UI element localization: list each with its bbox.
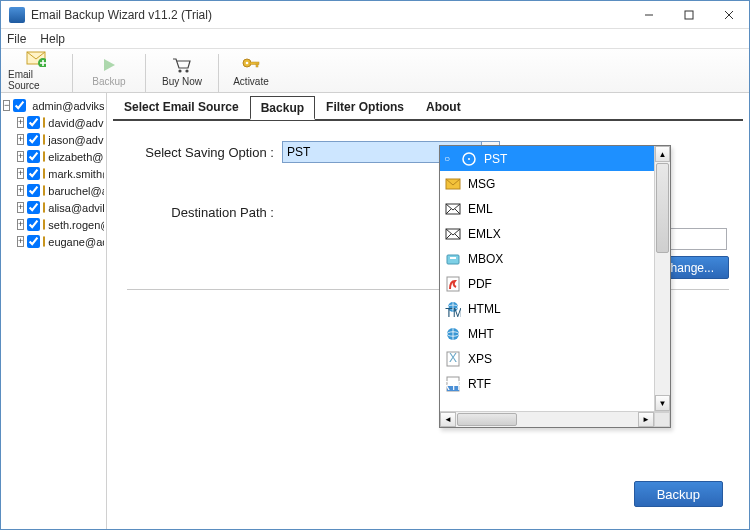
play-icon	[99, 56, 119, 74]
menu-file[interactable]: File	[7, 32, 26, 46]
dropdown-option-mht[interactable]: MHT	[440, 321, 654, 346]
scroll-down-icon[interactable]: ▼	[655, 395, 670, 411]
expand-icon[interactable]: +	[17, 134, 24, 145]
tree-item-label: seth.rogen@adviksoft.c	[48, 219, 104, 231]
folder-icon	[43, 185, 45, 196]
saving-option-label: Select Saving Option :	[127, 145, 282, 160]
dropdown-hscrollbar[interactable]: ◄ ►	[440, 411, 670, 427]
svg-point-19	[468, 158, 470, 160]
tree-item[interactable]: +mark.smith@adviksoft.c	[3, 165, 104, 182]
tab-backup[interactable]: Backup	[250, 96, 315, 120]
folder-icon	[43, 168, 45, 179]
tree-item[interactable]: +david@adviksoft.com	[3, 114, 104, 131]
dropdown-option-msg[interactable]: MSG	[440, 171, 654, 196]
expand-icon[interactable]: +	[17, 236, 24, 247]
mailbox-tree[interactable]: − admin@adviksoft.com +david@adviksoft.c…	[1, 93, 107, 529]
dropdown-option-pdf[interactable]: PDF	[440, 271, 654, 296]
titlebar: Email Backup Wizard v11.2 (Trial)	[1, 1, 749, 29]
scroll-left-icon[interactable]: ◄	[440, 412, 456, 427]
tree-item[interactable]: +seth.rogen@adviksoft.c	[3, 216, 104, 233]
expand-icon[interactable]: +	[17, 117, 24, 128]
tree-item[interactable]: +jason@adviksoft.com	[3, 131, 104, 148]
window-title: Email Backup Wizard v11.2 (Trial)	[31, 8, 629, 22]
svg-rect-14	[256, 64, 258, 67]
dropdown-option-pst[interactable]: ○PST	[440, 146, 654, 171]
tree-root-checkbox[interactable]	[13, 99, 26, 112]
tree-item-checkbox[interactable]	[27, 116, 40, 129]
maximize-button[interactable]	[669, 1, 709, 29]
dropdown-option-html[interactable]: HTMLHTML	[440, 296, 654, 321]
toolbar-separator	[72, 54, 73, 92]
dropdown-option-label: PST	[484, 152, 507, 166]
tab-filter-options[interactable]: Filter Options	[315, 95, 415, 119]
svg-text:HTML: HTML	[445, 306, 461, 317]
toolbar-email-source[interactable]: Email Source	[7, 50, 65, 92]
tree-item-checkbox[interactable]	[27, 218, 40, 231]
svg-text:RTF: RTF	[446, 379, 460, 392]
tree-root[interactable]: − admin@adviksoft.com	[3, 97, 104, 114]
toolbar-backup-label: Backup	[92, 76, 125, 87]
folder-icon	[43, 117, 45, 128]
tree-item[interactable]: +alisa@adviksoft.com	[3, 199, 104, 216]
tree-item-checkbox[interactable]	[27, 235, 40, 248]
scroll-right-icon[interactable]: ►	[638, 412, 654, 427]
tree-item[interactable]: +elizabeth@adviksoft.com	[3, 148, 104, 165]
tab-about[interactable]: About	[415, 95, 472, 119]
tab-select-email-source[interactable]: Select Email Source	[113, 95, 250, 119]
svg-rect-23	[447, 255, 459, 264]
svg-point-12	[246, 61, 249, 64]
scroll-thumb[interactable]	[457, 413, 517, 426]
toolbar-backup[interactable]: Backup	[80, 50, 138, 92]
dropdown-option-label: MSG	[468, 177, 495, 191]
expand-icon[interactable]: +	[17, 202, 24, 213]
dropdown-vscrollbar[interactable]: ▲ ▼	[654, 146, 670, 411]
dropdown-option-xps[interactable]: XXPS	[440, 346, 654, 371]
close-button[interactable]	[709, 1, 749, 29]
svg-point-9	[178, 69, 181, 72]
dropdown-option-eml[interactable]: EML	[440, 196, 654, 221]
svg-marker-8	[104, 59, 115, 71]
dropdown-option-label: RTF	[468, 377, 491, 391]
format-icon: HTML	[444, 300, 462, 318]
tree-item-label: mark.smith@adviksoft.c	[48, 168, 104, 180]
tree-item-checkbox[interactable]	[27, 184, 40, 197]
saving-option-dropdown[interactable]: ○PSTMSGEMLEMLXMBOXPDFHTMLHTMLMHTXXPSRTFR…	[439, 145, 671, 428]
expand-icon[interactable]: +	[17, 168, 24, 179]
toolbar-activate[interactable]: Activate	[226, 50, 276, 92]
app-icon	[9, 7, 25, 23]
svg-rect-1	[685, 11, 693, 19]
format-icon	[444, 250, 462, 268]
expand-icon[interactable]: +	[17, 185, 24, 196]
scroll-track[interactable]	[518, 412, 638, 427]
collapse-icon[interactable]: −	[3, 100, 10, 111]
tree-item-checkbox[interactable]	[27, 167, 40, 180]
format-icon	[444, 275, 462, 293]
tree-item-checkbox[interactable]	[27, 133, 40, 146]
tree-item-label: eugane@adviksoft.com	[48, 236, 104, 248]
toolbar-buy-now[interactable]: Buy Now	[153, 50, 211, 92]
toolbar-separator	[145, 54, 146, 92]
content-pane: Select Email Source Backup Filter Option…	[107, 93, 749, 529]
cart-icon	[172, 56, 192, 74]
menu-help[interactable]: Help	[40, 32, 65, 46]
scroll-up-icon[interactable]: ▲	[655, 146, 670, 162]
backup-button[interactable]: Backup	[634, 481, 723, 507]
dropdown-option-label: XPS	[468, 352, 492, 366]
minimize-button[interactable]	[629, 1, 669, 29]
dropdown-option-mbox[interactable]: MBOX	[440, 246, 654, 271]
dropdown-option-emlx[interactable]: EMLX	[440, 221, 654, 246]
tree-item[interactable]: +eugane@adviksoft.com	[3, 233, 104, 250]
format-icon	[444, 175, 462, 193]
scroll-thumb[interactable]	[656, 163, 669, 253]
tree-item-checkbox[interactable]	[27, 201, 40, 214]
scroll-track[interactable]	[655, 254, 670, 395]
dropdown-option-rtf[interactable]: RTFRTF	[440, 371, 654, 396]
format-icon: RTF	[444, 375, 462, 393]
destination-path-label: Destination Path :	[127, 205, 282, 220]
expand-icon[interactable]: +	[17, 219, 24, 230]
expand-icon[interactable]: +	[17, 151, 24, 162]
radio-selected-icon: ○	[444, 153, 454, 164]
format-icon	[444, 325, 462, 343]
tree-item[interactable]: +baruchel@adviksoft.cor	[3, 182, 104, 199]
tree-item-checkbox[interactable]	[27, 150, 40, 163]
